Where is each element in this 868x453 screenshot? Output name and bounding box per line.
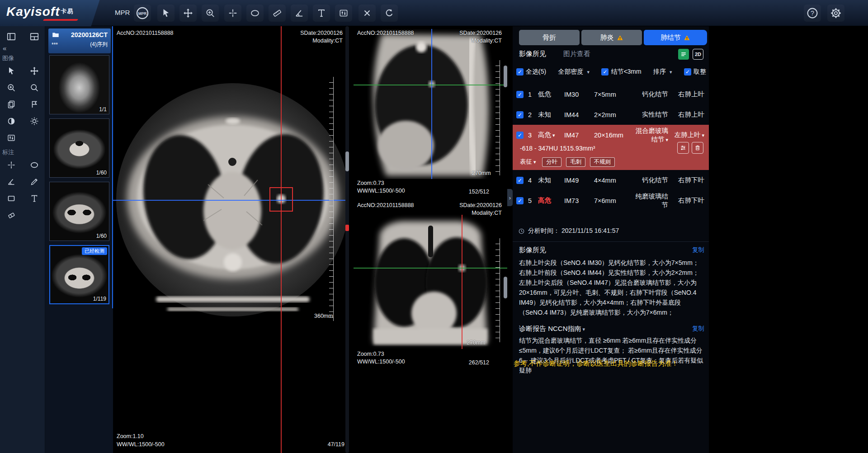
eraser-icon: [7, 211, 16, 220]
help-button[interactable]: [804, 5, 821, 22]
text-tool-button[interactable]: [313, 5, 330, 22]
axial-accession-number: AccNO:202101158888: [117, 30, 174, 36]
crosshair-tool-button[interactable]: [224, 5, 241, 22]
density-filter-dropdown[interactable]: 全部密度▾: [558, 68, 590, 76]
analysis-time-row: 分析时间： 2021/11/15 16:41:57: [518, 227, 619, 235]
sidebar-search-button[interactable]: [26, 80, 42, 95]
thumbnail-slice-count: 1/60: [96, 170, 107, 176]
toggle-2d-button[interactable]: 2D: [693, 49, 703, 60]
tab-pneumonia[interactable]: 肺炎: [581, 30, 642, 45]
tab-fracture-label: 骨折: [542, 33, 556, 42]
sidebar-flag-button[interactable]: [26, 97, 42, 112]
sidebar-pan-button[interactable]: [26, 63, 42, 79]
sliders-icon: [679, 144, 687, 151]
annotate-crosshair-button[interactable]: [3, 157, 19, 173]
window-level-button[interactable]: [335, 5, 352, 22]
sidebar-copy-button[interactable]: [3, 97, 19, 112]
study-header[interactable]: 20200126CT *** (4)序列: [48, 28, 111, 53]
sidebar-zoom-button[interactable]: [3, 80, 19, 95]
axial-scrollbar-handle[interactable]: [345, 151, 349, 171]
chevron-down-icon[interactable]: ▾: [583, 326, 585, 332]
tab-fracture[interactable]: 骨折: [519, 30, 580, 45]
nodule-checkbox[interactable]: ✓: [516, 132, 524, 139]
small-nodule-checkbox[interactable]: ✓: [601, 68, 609, 76]
annotate-pencil-button[interactable]: [26, 174, 42, 189]
copy-report-link[interactable]: 复制: [692, 325, 704, 333]
mpr-layout-button[interactable]: [134, 5, 151, 22]
nodule-number: 5: [528, 197, 538, 204]
settings-button[interactable]: [827, 5, 844, 22]
report-text: 结节为混合磨玻璃结节，直径 ≥6mm 若≥6mm且存在伴实性成分≤5mm，建议6…: [519, 335, 704, 375]
chevron-down-icon: ▾: [702, 132, 704, 138]
select-all-checkbox[interactable]: ✓: [516, 68, 524, 76]
pan-tool-button[interactable]: [179, 5, 197, 22]
layout-grid-button[interactable]: [26, 29, 42, 44]
panel-collapse-handle[interactable]: ›: [507, 189, 513, 206]
nodule-type: 纯磨玻璃结节: [635, 192, 668, 209]
sidebar-pointer-button[interactable]: [3, 63, 19, 79]
sort-dropdown[interactable]: 排序▾: [653, 68, 672, 76]
coronal-scrollbar-handle[interactable]: [504, 277, 507, 298]
sagittal-viewport[interactable]: AccNO:202101158888 SDate:20200126 Modali…: [354, 26, 507, 194]
nodule-checkbox[interactable]: ✓: [516, 111, 524, 118]
round-filter[interactable]: ✓取整: [684, 68, 706, 76]
delete-nodule-button[interactable]: [692, 142, 703, 154]
annotate-ellipse-button[interactable]: [26, 157, 42, 173]
window-level-icon: [339, 8, 349, 18]
select-all-filter[interactable]: ✓全选(5): [516, 68, 546, 76]
mpr-icon: [136, 6, 149, 20]
nodule-location-dropdown[interactable]: 左肺上叶▾: [668, 131, 704, 139]
tab-imaging-findings[interactable]: 影像所见: [519, 50, 546, 58]
sidebar-contrast-button[interactable]: [3, 113, 19, 129]
round-checkbox[interactable]: ✓: [684, 68, 691, 76]
nodule-risk-dropdown[interactable]: 高危▾: [538, 131, 564, 139]
trait-chip[interactable]: 分叶: [542, 157, 561, 167]
series-thumbnail-4-active[interactable]: 已经检测 1/119: [49, 245, 109, 304]
tab-image-view[interactable]: 图片查看: [563, 50, 590, 58]
annotate-angle-button[interactable]: [3, 174, 19, 189]
nodule-row-5[interactable]: ✓ 5 高危 IM73 7×6mm 纯磨玻璃结节 右肺下叶: [513, 190, 709, 211]
traits-dropdown[interactable]: 表征▾: [520, 158, 536, 165]
zoom-tool-button[interactable]: [202, 5, 219, 22]
series-thumbnail-3[interactable]: 1/60: [49, 182, 109, 241]
nodule-checkbox[interactable]: ✓: [516, 197, 524, 204]
nodule-size: 7×5mm: [594, 91, 635, 98]
delete-annotation-button[interactable]: [359, 5, 376, 22]
pointer-tool-button[interactable]: [157, 5, 175, 22]
copy-findings-link[interactable]: 复制: [692, 246, 704, 254]
report-list-button[interactable]: [678, 49, 689, 60]
nodule-type: 钙化结节: [635, 90, 668, 99]
collapse-sidebar-button[interactable]: «: [3, 44, 6, 52]
compare-button[interactable]: [677, 142, 689, 154]
small-nodule-filter[interactable]: ✓结节<3mm: [601, 68, 641, 76]
nodule-row-3-selected[interactable]: ✓ 3 高危▾ IM47 20×16mm 混合磨玻璃结节▾ 左肺上叶▾ -618…: [513, 125, 709, 170]
trait-chip[interactable]: 不规则: [590, 157, 615, 167]
search-icon: [30, 83, 39, 92]
nodule-checkbox[interactable]: ✓: [516, 177, 524, 184]
annotate-rect-button[interactable]: [3, 191, 19, 206]
nodule-row-4[interactable]: ✓ 4 未知 IM49 4×4mm 钙化结节 右肺下叶: [513, 170, 709, 190]
annotate-eraser-button[interactable]: [3, 208, 19, 223]
tab-lung-nodule[interactable]: 肺结节: [644, 30, 707, 45]
sidebar-window-level-button[interactable]: [3, 130, 19, 146]
layout-list-button[interactable]: [3, 29, 19, 44]
nodule-type-dropdown[interactable]: 混合磨玻璃结节▾: [635, 127, 668, 144]
annotate-text-button[interactable]: [26, 191, 42, 206]
trait-chip[interactable]: 毛刺: [566, 157, 585, 167]
nodule-row-2[interactable]: ✓ 2 未知 IM44 2×2mm 实性结节 右肺上叶: [513, 104, 709, 125]
nodule-row-1[interactable]: ✓ 1 低危 IM30 7×5mm 钙化结节 右肺上叶: [513, 84, 709, 104]
series-thumbnail-2[interactable]: 1/60: [49, 118, 109, 178]
nodule-image-index: IM49: [564, 177, 594, 184]
series-thumbnail-1[interactable]: 1/1: [49, 55, 109, 114]
axial-scrollbar-track[interactable]: [345, 26, 349, 453]
ruler-tool-button[interactable]: [269, 5, 286, 22]
reset-button[interactable]: [381, 5, 398, 22]
angle-tool-button[interactable]: [291, 5, 308, 22]
list-icon: [680, 51, 687, 58]
coronal-viewport[interactable]: AccNO:202101158888 SDate:20200126 Modali…: [354, 198, 507, 453]
nodule-checkbox[interactable]: ✓: [516, 91, 524, 98]
sidebar-brightness-button[interactable]: [26, 113, 42, 129]
axial-viewport[interactable]: AccNO:202101158888 SDate:20200126 Modali…: [113, 26, 349, 453]
ellipse-tool-button[interactable]: [246, 5, 264, 22]
sagittal-scrollbar-handle[interactable]: [504, 66, 507, 87]
